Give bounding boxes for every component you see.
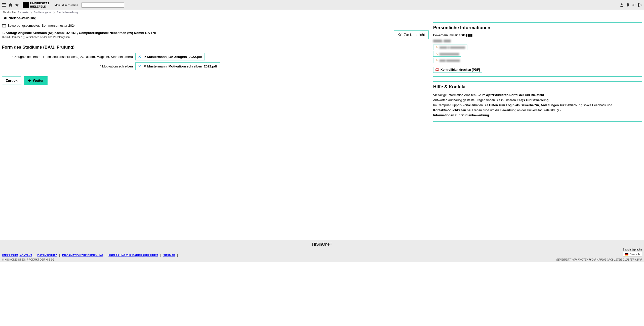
svg-rect-7 bbox=[5, 24, 5, 24]
help-panel: Hilfe & Kontakt Vielfältige Information … bbox=[433, 81, 642, 122]
top-header: UNIVERSITÄTBIELEFELD Menü durchsuchen 30 bbox=[0, 0, 644, 10]
divider bbox=[2, 73, 429, 73]
file-name[interactable]: P. Mustermann_Motivationsschreiben_2022.… bbox=[144, 64, 217, 68]
footer-link[interactable]: ERKLÄRUNG ZUR BARRIEREFREIHEIT bbox=[108, 254, 158, 257]
footer: HISinOne∷ IMPRESSUM |KONTAKT | DATENSCHU… bbox=[0, 240, 644, 262]
header-left: UNIVERSITÄTBIELEFELD Menü durchsuchen bbox=[2, 2, 124, 8]
home-icon[interactable] bbox=[9, 3, 13, 7]
page-title: Studienbewerbung bbox=[0, 15, 644, 22]
footer-link[interactable]: DATENSCHUTZ bbox=[37, 254, 57, 257]
section-title: Form des Studiums (BA/1. Prüfung) bbox=[2, 45, 429, 50]
applicant-name: ▮▮▮▮▮, ▮▮▮▮ bbox=[433, 39, 642, 43]
svg-rect-6 bbox=[3, 24, 4, 24]
footer-link[interactable]: KONTAKT bbox=[19, 254, 32, 257]
footer-link[interactable]: SITEMAP bbox=[163, 254, 175, 257]
applicant-number: Bewerbernummer: 1000▮▮▮▮ bbox=[433, 33, 642, 37]
pencil-icon: ✎ bbox=[435, 46, 438, 49]
remove-file-icon[interactable]: ✕ bbox=[138, 55, 141, 59]
help-link[interactable]: #jetztstudieren-Portal der Uni Bielefeld bbox=[486, 93, 544, 97]
header-right: 30 bbox=[620, 3, 642, 7]
logout-icon[interactable] bbox=[638, 3, 642, 7]
bell-icon[interactable] bbox=[626, 3, 630, 7]
svg-point-3 bbox=[621, 3, 622, 5]
edit-address-button[interactable]: ✎ ▮▮▮▮▮ ▮ ▮▮▮▮▮▮▮▮▮▮ bbox=[433, 45, 467, 50]
help-link[interactable]: Hilfen zum Login als Bewerber*in bbox=[489, 103, 539, 107]
help-link[interactable]: Informationen zur Studienbewerbung bbox=[433, 114, 489, 117]
overview-button[interactable]: Zur Übersicht bbox=[394, 30, 429, 39]
copyright: © HISINONE IST EIN PRODUKT DER HIS EG bbox=[2, 258, 54, 261]
breadcrumb-link[interactable]: Studienbewerbung bbox=[57, 11, 78, 14]
sidebar: Persönliche Informationen Bewerbernummer… bbox=[433, 22, 642, 126]
breadcrumb-link[interactable]: Studienangebot bbox=[34, 11, 51, 14]
svg-rect-2 bbox=[2, 6, 6, 7]
svg-rect-10 bbox=[436, 70, 438, 71]
menu-icon[interactable] bbox=[2, 3, 6, 7]
search-input[interactable] bbox=[82, 3, 124, 8]
semester-row: Bewerbungssemester: Sommersemester 2024 bbox=[2, 22, 429, 29]
university-logo[interactable]: UNIVERSITÄTBIELEFELD bbox=[23, 2, 50, 8]
help-link[interactable]: Kontaktmöglichkeiten bbox=[433, 108, 466, 112]
arrow-right-icon bbox=[28, 79, 31, 82]
svg-rect-0 bbox=[2, 3, 6, 4]
semester-label: Bewerbungssemester: bbox=[8, 24, 40, 27]
logo-square bbox=[23, 2, 29, 8]
remove-file-icon[interactable]: ✕ bbox=[138, 64, 141, 68]
personal-info-panel: Persönliche Informationen Bewerbernummer… bbox=[433, 22, 642, 77]
help-link[interactable]: FAQs zur Bewerbung bbox=[517, 98, 548, 102]
footer-brand: HISinOne∷ bbox=[2, 242, 642, 247]
search-label: Menü durchsuchen bbox=[55, 4, 78, 7]
pencil-icon: ✎ bbox=[435, 59, 438, 62]
language-label: Standardsprache bbox=[623, 248, 642, 251]
footer-link[interactable]: IMPRESSUM bbox=[2, 254, 18, 257]
application-title: 1. Antrag: Anglistik Kernfach (fw) Kombi… bbox=[2, 31, 157, 35]
breadcrumb-link[interactable]: Startseite bbox=[18, 11, 28, 14]
personal-info-title: Persönliche Informationen bbox=[433, 25, 642, 30]
calendar-icon bbox=[2, 24, 6, 27]
upload-label: * Motivationsschreiben bbox=[2, 64, 135, 68]
generated-info: GENERIERT VOM KNOTEN HIO-P-APPL02 IM CLU… bbox=[556, 258, 642, 261]
pencil-icon: ✎ bbox=[435, 52, 438, 56]
breadcrumb-prefix: Sie sind hier: bbox=[3, 11, 17, 14]
svg-rect-5 bbox=[2, 24, 6, 25]
info-icon[interactable]: i bbox=[557, 109, 560, 112]
edit-phone-button[interactable]: ✎ ▮▮▮▮ ▮▮▮▮▮▮▮▮▮ bbox=[433, 58, 462, 63]
language-selector[interactable]: Deutsch bbox=[623, 252, 642, 257]
svg-rect-1 bbox=[2, 5, 6, 5]
file-attachment: ✕ P. Mustermann_BA-Zeugnis_2022.pdf bbox=[135, 53, 205, 60]
help-link[interactable]: Anleitungen zur Bewerbung bbox=[541, 103, 582, 107]
required-note: Die mit Sternchen (*) versehenen Felder … bbox=[2, 36, 157, 39]
user-icon[interactable] bbox=[620, 3, 624, 7]
help-text: Vielfältige Information erhalten Sie im … bbox=[433, 93, 642, 118]
notification-count: 30 bbox=[632, 3, 635, 7]
edit-email-button[interactable]: ✎ ▮▮▮▮▮▮▮▮▮▮▮▮▮ bbox=[433, 51, 461, 57]
back-button[interactable]: Zurück bbox=[2, 76, 21, 85]
file-attachment: ✕ P. Mustermann_Motivationsschreiben_202… bbox=[135, 62, 220, 70]
main-content: Bewerbungssemester: Sommersemester 2024 … bbox=[2, 22, 429, 85]
print-pdf-button[interactable]: Kontrollblatt drucken [PDF] bbox=[433, 67, 482, 73]
application-header: 1. Antrag: Anglistik Kernfach (fw) Kombi… bbox=[2, 30, 429, 41]
next-button[interactable]: Weiter bbox=[24, 76, 48, 85]
upload-row: * Motivationsschreiben ✕ P. Mustermann_M… bbox=[2, 62, 429, 70]
star-icon[interactable] bbox=[15, 3, 19, 7]
footer-link[interactable]: INFORMATION ZUR BEDIENUNG bbox=[62, 254, 103, 257]
logo-text: UNIVERSITÄTBIELEFELD bbox=[30, 2, 50, 8]
semester-value: Sommersemester 2024 bbox=[42, 24, 75, 27]
upload-label: * Zeugnis des ersten Hochschulabschlusse… bbox=[2, 55, 135, 59]
flag-de-icon bbox=[625, 253, 628, 256]
breadcrumb: Sie sind hier: Startseite ❯ Studienangeb… bbox=[0, 10, 644, 15]
double-arrow-left-icon bbox=[398, 33, 402, 36]
footer-links: IMPRESSUM |KONTAKT | DATENSCHUTZ | INFOR… bbox=[2, 254, 179, 257]
upload-row: * Zeugnis des ersten Hochschulabschlusse… bbox=[2, 53, 429, 60]
nav-buttons: Zurück Weiter bbox=[2, 76, 429, 85]
file-name[interactable]: P. Mustermann_BA-Zeugnis_2022.pdf bbox=[144, 55, 202, 59]
help-title: Hilfe & Kontakt bbox=[433, 84, 642, 90]
pdf-icon bbox=[435, 68, 439, 71]
